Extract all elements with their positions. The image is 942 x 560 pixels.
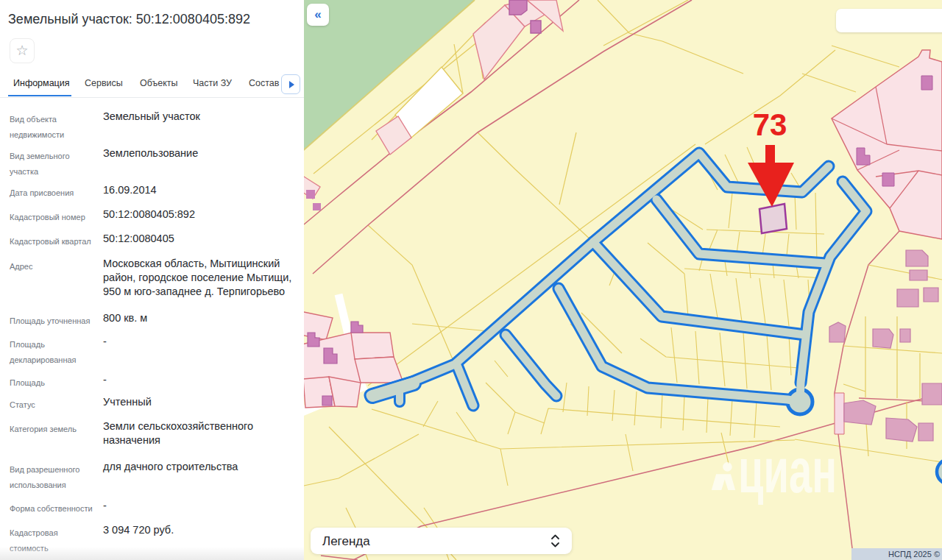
svg-text:73: 73 (753, 107, 787, 142)
